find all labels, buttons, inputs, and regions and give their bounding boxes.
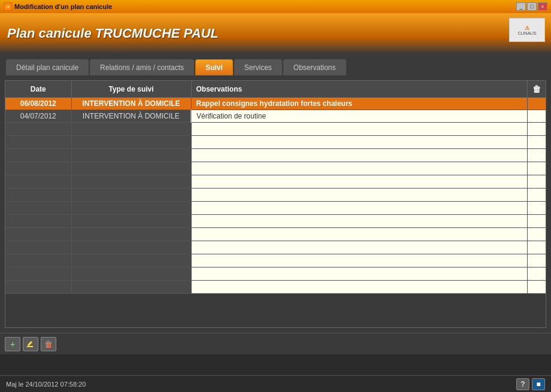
main-content: Date Type de suivi Observations 🗑 06/08/… (0, 75, 551, 333)
table-row-empty (5, 228, 546, 241)
col-delete-icon: 🗑 (528, 81, 546, 98)
table-row-empty (5, 149, 546, 162)
table-row-empty (5, 215, 546, 228)
table-row-empty (5, 123, 546, 136)
cell-action (528, 98, 546, 110)
status-buttons: ? ■ (516, 378, 545, 390)
cell-type: INTERVENTION À DOMICILE (71, 98, 191, 110)
table-row-empty (5, 189, 546, 202)
data-table-wrapper: Date Type de suivi Observations 🗑 06/08/… (5, 80, 546, 328)
table-row-empty (5, 254, 546, 268)
tab-navigation: Détail plan canicule Relations / amis / … (0, 54, 551, 75)
plan-title: Plan canicule TRUCMUCHE PAUL (7, 26, 219, 41)
cell-obs: Vérification de routine (191, 110, 528, 123)
status-bar: Maj le 24/10/2012 07:58:20 ? ■ (0, 375, 551, 392)
table-body: 06/08/2012 INTERVENTION À DOMICILE Rappe… (5, 98, 546, 294)
table-row-empty (5, 241, 546, 254)
table-row[interactable]: 06/08/2012 INTERVENTION À DOMICILE Rappe… (5, 98, 546, 110)
header-area: Plan canicule TRUCMUCHE PAUL ⚠ CLINALIS (0, 13, 551, 54)
delete-button[interactable]: 🗑 (41, 337, 56, 351)
info-button[interactable]: ■ (532, 378, 545, 390)
title-bar-controls: _ □ × (516, 2, 547, 11)
app-icon: ☀ (4, 2, 12, 11)
tab-detail[interactable]: Détail plan canicule (6, 59, 89, 75)
tab-relations[interactable]: Relations / amis / contacts (90, 59, 194, 75)
table-row-empty (5, 175, 546, 189)
svg-rect-0 (27, 346, 33, 347)
cell-date: 04/07/2012 (5, 110, 71, 123)
table-row-empty (5, 136, 546, 149)
add-button[interactable]: + (5, 337, 20, 351)
cell-type: INTERVENTION À DOMICILE (71, 110, 191, 123)
col-type: Type de suivi (71, 81, 191, 98)
edit-button[interactable] (23, 337, 38, 351)
tab-services[interactable]: Services (234, 59, 282, 75)
table-row-empty (5, 281, 546, 294)
table-row-empty (5, 162, 546, 175)
maximize-button[interactable]: □ (527, 2, 537, 11)
col-date: Date (5, 81, 71, 98)
tab-observations[interactable]: Observations (283, 59, 346, 75)
table-row[interactable]: 04/07/2012 INTERVENTION À DOMICILE Vérif… (5, 110, 546, 123)
close-button[interactable]: × (538, 2, 547, 11)
cell-date: 06/08/2012 (5, 98, 71, 110)
help-button[interactable]: ? (516, 378, 529, 390)
title-bar-text: Modification d'un plan canicule (14, 3, 514, 10)
minimize-button[interactable]: _ (516, 2, 526, 11)
data-table: Date Type de suivi Observations 🗑 06/08/… (5, 81, 546, 294)
bottom-toolbar: + 🗑 (0, 333, 551, 354)
tab-suivi[interactable]: Suivi (195, 59, 233, 75)
cell-action (528, 110, 546, 123)
cell-obs: Rappel consignes hydratation fortes chal… (191, 98, 528, 110)
status-text: Maj le 24/10/2012 07:58:20 (6, 381, 86, 388)
svg-marker-1 (28, 341, 32, 346)
title-bar: ☀ Modification d'un plan canicule _ □ × (0, 0, 551, 13)
logo: ⚠ CLINALIS (509, 18, 545, 42)
table-row-empty (5, 268, 546, 281)
col-observations: Observations (191, 81, 528, 98)
table-row-empty (5, 202, 546, 215)
